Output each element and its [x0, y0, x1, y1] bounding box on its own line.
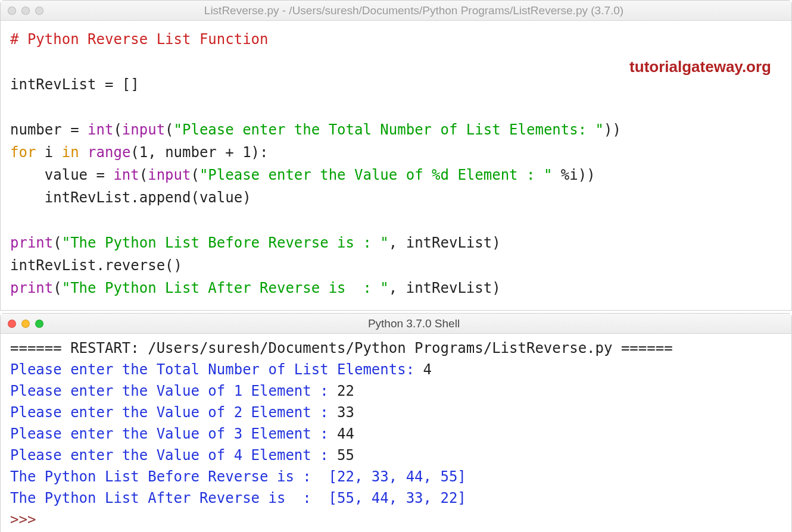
shell-prompt-text: Please enter the Value of 4 Element : [10, 447, 337, 464]
code-builtin: print [10, 280, 53, 296]
code-builtin: int [88, 121, 113, 138]
code-text: ( [53, 234, 61, 251]
editor-window: ListReverse.py - /Users/suresh/Documents… [0, 0, 792, 311]
shell-prompt-text: Please enter the Value of 1 Element : [10, 383, 337, 399]
shell-title: Python 3.7.0 Shell [43, 317, 784, 330]
code-text: value = [10, 167, 113, 183]
code-text: )) [604, 121, 621, 138]
code-text: ( [139, 167, 148, 183]
code-comment: # Python Reverse List Function [10, 31, 268, 48]
code-text: intRevList = [] [10, 76, 139, 93]
close-icon[interactable] [8, 320, 16, 328]
code-builtin: input [122, 121, 165, 138]
code-keyword: in [62, 144, 79, 161]
code-text: number = [10, 121, 88, 138]
code-text: intRevList.reverse() [10, 257, 182, 274]
editor-title: ListReverse.py - /Users/suresh/Documents… [43, 4, 784, 17]
code-string: "The Python List Before Reverse is : " [62, 234, 389, 251]
shell-prompt-text: Please enter the Value of 3 Element : [10, 425, 337, 442]
shell-output-text: The Python List Before Reverse is : [22,… [10, 468, 466, 485]
code-builtin: input [148, 167, 191, 183]
editor-traffic-lights [8, 7, 43, 15]
shell-prompt-text: Please enter the Value of 2 Element : [10, 404, 337, 421]
zoom-icon[interactable] [35, 7, 43, 15]
code-text: ( [113, 121, 121, 138]
watermark-text: tutorialgateway.org [629, 58, 771, 76]
code-string: "The Python List After Reverse is : " [62, 280, 389, 296]
shell-output-text: The Python List After Reverse is : [55, … [10, 490, 466, 506]
shell-input-value: 33 [337, 404, 354, 421]
code-text: %i)) [552, 167, 595, 183]
shell-input-value: 44 [337, 425, 354, 442]
code-text: ( [191, 167, 199, 183]
code-text: , intRevList) [389, 280, 501, 296]
code-string: "Please enter the Total Number of List E… [174, 121, 604, 138]
shell-input-value: 22 [337, 383, 354, 399]
shell-output[interactable]: ====== RESTART: /Users/suresh/Documents/… [1, 334, 791, 532]
code-builtin: print [10, 234, 53, 251]
close-icon[interactable] [8, 7, 16, 15]
zoom-icon[interactable] [35, 320, 43, 328]
shell-traffic-lights [8, 320, 43, 328]
shell-window: Python 3.7.0 Shell ====== RESTART: /User… [0, 313, 792, 532]
code-string: "Please enter the Value of %d Element : … [199, 167, 552, 183]
minimize-icon[interactable] [21, 7, 30, 15]
shell-input-value: 55 [337, 447, 354, 464]
code-text: , intRevList) [389, 234, 501, 251]
code-editor[interactable]: tutorialgateway.org # Python Reverse Lis… [1, 21, 791, 310]
code-text: ( [165, 121, 173, 138]
shell-titlebar: Python 3.7.0 Shell [1, 314, 791, 334]
code-text: ( [53, 280, 61, 296]
editor-titlebar: ListReverse.py - /Users/suresh/Documents… [1, 1, 791, 21]
code-text: intRevList.append(value) [10, 189, 251, 206]
code-builtin: range [88, 144, 130, 161]
shell-input-value: 4 [423, 361, 432, 378]
minimize-icon[interactable] [21, 320, 30, 328]
code-text: i [36, 144, 61, 161]
restart-line: ====== RESTART: /Users/suresh/Documents/… [10, 340, 673, 356]
shell-prompt-icon: >>> [10, 511, 45, 528]
shell-prompt-text: Please enter the Total Number of List El… [10, 361, 423, 378]
code-builtin: int [113, 167, 139, 183]
code-text [79, 144, 88, 161]
code-text: (1, number + 1): [130, 144, 268, 161]
code-keyword: for [10, 144, 36, 161]
